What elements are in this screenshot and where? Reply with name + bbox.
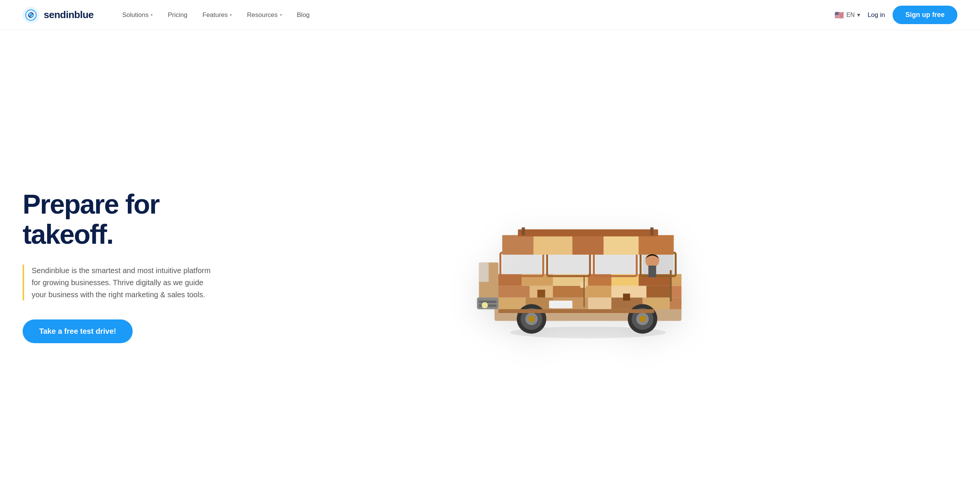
svg-rect-64 [549, 301, 573, 309]
svg-rect-36 [573, 235, 604, 255]
hero-title: Prepare for takeoff. [22, 189, 219, 249]
svg-rect-27 [596, 255, 635, 274]
signup-button[interactable]: Sign up free [892, 6, 958, 24]
sendinblue-logo-icon [22, 7, 39, 23]
svg-rect-62 [498, 309, 654, 313]
svg-rect-26 [549, 255, 588, 274]
flag-icon: 🇺🇸 [835, 11, 844, 20]
svg-rect-58 [580, 282, 586, 288]
logo-link[interactable]: sendinblue [22, 7, 94, 23]
svg-point-49 [528, 316, 535, 322]
svg-rect-4 [495, 298, 526, 309]
hero-visual [219, 153, 958, 379]
svg-rect-60 [522, 227, 525, 235]
nav-item-solutions[interactable]: Solutions ▾ [116, 8, 159, 22]
svg-rect-56 [670, 270, 672, 301]
svg-rect-39 [518, 229, 658, 236]
svg-rect-11 [495, 286, 530, 298]
svg-rect-57 [538, 290, 546, 298]
navbar: sendinblue Solutions ▾ Pricing Features … [0, 0, 980, 30]
svg-rect-7 [588, 298, 611, 309]
nav-right: 🇺🇸 EN ▾ Log in Sign up free [835, 6, 958, 24]
svg-rect-25 [503, 255, 541, 274]
svg-point-45 [482, 302, 488, 309]
svg-rect-61 [650, 227, 653, 235]
hero-description: Sendinblue is the smartest and most intu… [32, 265, 219, 301]
language-selector[interactable]: 🇺🇸 EN ▾ [835, 11, 860, 20]
hero-section: Prepare for takeoff. Sendinblue is the s… [0, 30, 980, 495]
yellow-accent-bar [22, 265, 24, 301]
svg-rect-38 [638, 235, 674, 255]
svg-point-1 [30, 14, 32, 16]
nav-item-blog[interactable]: Blog [291, 8, 316, 22]
svg-rect-16 [646, 286, 670, 298]
wooden-van-illustration [471, 191, 705, 342]
nav-item-features[interactable]: Features ▾ [196, 8, 238, 22]
svg-rect-37 [603, 235, 638, 255]
svg-rect-42 [477, 298, 499, 309]
chevron-down-icon: ▾ [230, 13, 232, 17]
van-svg [471, 191, 705, 342]
nav-links: Solutions ▾ Pricing Features ▾ Resources… [116, 8, 835, 22]
login-link[interactable]: Log in [868, 11, 885, 19]
svg-rect-41 [479, 263, 489, 282]
svg-rect-14 [584, 286, 611, 298]
logo-text: sendinblue [44, 9, 94, 21]
nav-item-pricing[interactable]: Pricing [162, 8, 193, 22]
cta-button[interactable]: Take a free test drive! [22, 319, 133, 343]
chevron-down-icon: ▾ [280, 13, 282, 17]
svg-rect-35 [533, 235, 572, 255]
chevron-down-icon: ▾ [151, 13, 153, 17]
svg-rect-34 [503, 235, 534, 255]
svg-point-53 [639, 316, 646, 322]
hero-description-wrapper: Sendinblue is the smartest and most intu… [22, 265, 219, 301]
svg-rect-13 [553, 286, 584, 298]
chevron-down-icon: ▾ [857, 11, 860, 19]
svg-rect-55 [648, 266, 656, 277]
nav-item-resources[interactable]: Resources ▾ [241, 8, 288, 22]
svg-rect-43 [479, 301, 497, 303]
svg-rect-59 [623, 294, 630, 301]
hero-content: Prepare for takeoff. Sendinblue is the s… [22, 189, 219, 343]
